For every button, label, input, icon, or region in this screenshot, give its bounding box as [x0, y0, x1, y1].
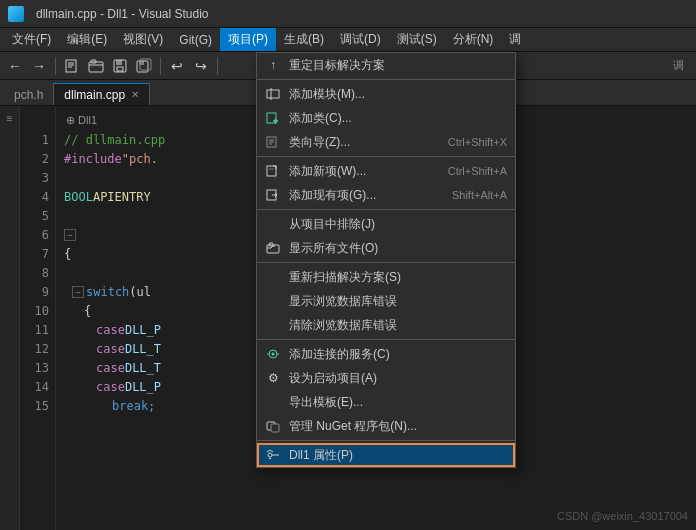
svg-rect-0 — [66, 60, 76, 72]
export-template-icon — [265, 394, 281, 410]
menu-build[interactable]: 生成(B) — [276, 28, 332, 51]
menu-add-new-item-label: 添加新项(W)... — [289, 163, 440, 180]
line-num-4: 4 — [20, 187, 55, 206]
btn-new[interactable] — [61, 55, 83, 77]
add-module-icon — [265, 86, 281, 102]
add-existing-item-icon — [265, 187, 281, 203]
menu-export-template-label: 导出模板(E)... — [289, 394, 507, 411]
menu-debug[interactable]: 调试(D) — [332, 28, 389, 51]
fold-9[interactable]: − — [72, 286, 84, 298]
rescan-icon — [265, 269, 281, 285]
menu-analyze[interactable]: 分析(N) — [445, 28, 502, 51]
menu-add-class-label: 添加类(C)... — [289, 110, 507, 127]
menu-export-template[interactable]: 导出模板(E)... — [257, 390, 515, 414]
manage-nuget-icon — [265, 418, 281, 434]
menu-set-startup[interactable]: ⚙ 设为启动项目(A) — [257, 366, 515, 390]
menu-add-class[interactable]: 添加类(C)... — [257, 106, 515, 130]
show-all-files-icon — [265, 240, 281, 256]
tab-dllmain-label: dllmain.cpp — [64, 88, 125, 102]
menu-exclude[interactable]: 从项目中排除(J) — [257, 212, 515, 236]
menu-project[interactable]: 项目(P) — [220, 28, 276, 51]
menu-extra[interactable]: 调 — [501, 28, 529, 51]
menu-show-all-files[interactable]: 显示所有文件(O) — [257, 236, 515, 260]
svg-rect-28 — [269, 243, 273, 246]
clear-browse-errors-icon — [265, 317, 281, 333]
line-num-3: 3 — [20, 168, 55, 187]
menu-show-browse-errors[interactable]: 显示浏览数据库错误 — [257, 289, 515, 313]
sep3 — [217, 57, 218, 75]
menu-class-wizard-shortcut: Ctrl+Shift+X — [448, 136, 507, 148]
line-num-9: 9 — [20, 282, 55, 301]
btn-back[interactable]: ← — [4, 55, 26, 77]
code-text-11b: DLL_P — [125, 323, 161, 337]
menu-add-connected-service-label: 添加连接的服务(C) — [289, 346, 507, 363]
code-text-10: { — [84, 304, 91, 318]
line-num-13: 13 — [20, 358, 55, 377]
menu-add-new-item[interactable]: 添加新项(W)... Ctrl+Shift+A — [257, 159, 515, 183]
menu-set-startup-label: 设为启动项目(A) — [289, 370, 507, 387]
line-num-12: 12 — [20, 339, 55, 358]
menu-view[interactable]: 视图(V) — [115, 28, 171, 51]
svg-rect-34 — [271, 424, 279, 432]
menu-retarget[interactable]: ↑ 重定目标解决方案 — [257, 53, 515, 77]
menu-edit[interactable]: 编辑(E) — [59, 28, 115, 51]
svg-point-35 — [268, 453, 272, 457]
menu-add-connected-service[interactable]: 添加连接的服务(C) — [257, 342, 515, 366]
menu-file[interactable]: 文件(F) — [4, 28, 59, 51]
menu-show-browse-errors-label: 显示浏览数据库错误 — [289, 293, 507, 310]
code-text-2b: "pch. — [122, 152, 158, 166]
menu-add-existing-item[interactable]: 添加现有项(G)... Shift+Alt+A — [257, 183, 515, 207]
app-icon — [8, 6, 24, 22]
line-num-10: 10 — [20, 301, 55, 320]
menu-rescan[interactable]: 重新扫描解决方案(S) — [257, 265, 515, 289]
code-text-7: { — [64, 247, 71, 261]
btn-redo[interactable]: ↪ — [190, 55, 212, 77]
add-connected-service-icon — [265, 346, 281, 362]
dll1-properties-icon — [265, 447, 281, 463]
code-text-14a: case — [96, 380, 125, 394]
menu-manage-nuget[interactable]: 管理 NuGet 程序包(N)... — [257, 414, 515, 438]
code-text-4b: APIENTRY — [93, 190, 151, 204]
tab-dllmain-close[interactable]: ✕ — [131, 89, 139, 100]
tab-pch[interactable]: pch.h — [4, 83, 53, 105]
menu-dll1-properties[interactable]: Dll1 属性(P) — [257, 443, 515, 467]
svg-rect-8 — [117, 67, 123, 71]
btn-open[interactable] — [85, 55, 107, 77]
exclude-icon — [265, 216, 281, 232]
menu-manage-nuget-label: 管理 NuGet 程序包(N)... — [289, 418, 507, 435]
menu-add-module[interactable]: 添加模块(M)... — [257, 82, 515, 106]
line-num-11: 11 — [20, 320, 55, 339]
btn-save[interactable] — [109, 55, 131, 77]
menu-class-wizard-label: 类向导(Z)... — [289, 134, 440, 151]
tab-pch-label: pch.h — [14, 88, 43, 102]
line-num-6: 6 — [20, 225, 55, 244]
class-indicator: ⊕ Dll1 — [66, 114, 97, 127]
menu-bar: 文件(F) 编辑(E) 视图(V) Git(G) 项目(P) 生成(B) 调试(… — [0, 28, 696, 52]
line-num-5: 5 — [20, 206, 55, 225]
line-num-7: 7 — [20, 244, 55, 263]
sidebar-icon-1: ≡ — [2, 110, 18, 126]
menu-test[interactable]: 测试(S) — [389, 28, 445, 51]
svg-line-37 — [267, 450, 270, 452]
menu-class-wizard[interactable]: 类向导(Z)... Ctrl+Shift+X — [257, 130, 515, 154]
tab-dllmain[interactable]: dllmain.cpp ✕ — [53, 83, 150, 105]
class-wizard-icon — [265, 134, 281, 150]
sep1 — [55, 57, 56, 75]
btn-undo[interactable]: ↩ — [166, 55, 188, 77]
show-browse-errors-icon — [265, 293, 281, 309]
btn-saveall[interactable] — [133, 55, 155, 77]
menu-add-module-label: 添加模块(M)... — [289, 86, 507, 103]
code-text-11a: case — [96, 323, 125, 337]
fold-6[interactable]: − — [64, 229, 76, 241]
menu-clear-browse-errors[interactable]: 清除浏览数据库错误 — [257, 313, 515, 337]
sep2 — [160, 57, 161, 75]
svg-point-30 — [272, 353, 275, 356]
code-text-9b: (ul — [129, 285, 151, 299]
btn-forward[interactable]: → — [28, 55, 50, 77]
set-startup-icon: ⚙ — [265, 370, 281, 386]
svg-rect-7 — [116, 60, 122, 65]
code-text-15: break; — [112, 399, 155, 413]
menu-git[interactable]: Git(G) — [171, 28, 220, 51]
add-new-item-icon — [265, 163, 281, 179]
code-text-4a: BOOL — [64, 190, 93, 204]
